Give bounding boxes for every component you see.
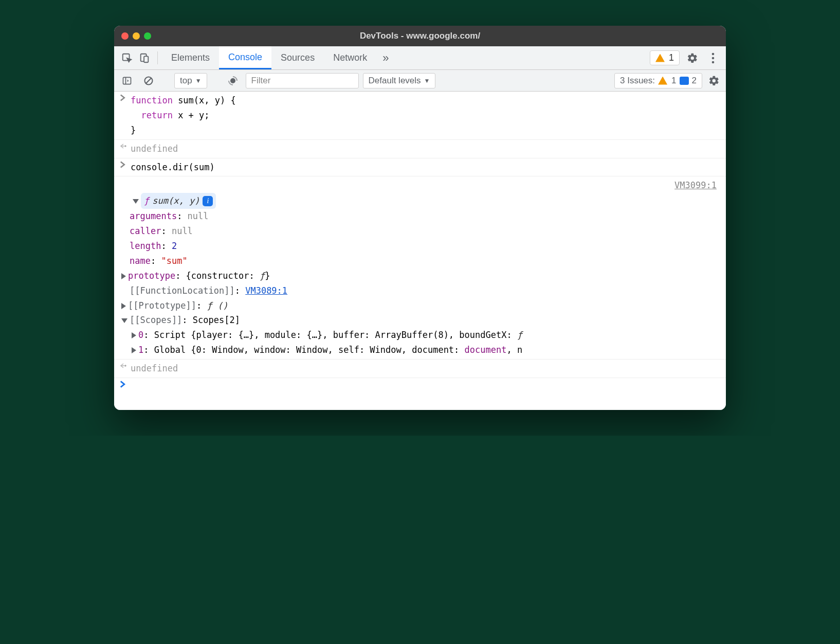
input-code: function sum(x, y) { return x + y; } [131, 93, 721, 138]
expand-right-icon[interactable] [121, 273, 126, 279]
scope-row[interactable]: 0: Script {player: {…}, module: {…}, buf… [114, 328, 522, 343]
filter-input[interactable] [246, 73, 359, 88]
return-value: undefined [131, 141, 721, 156]
context-selector[interactable]: top ▼ [174, 73, 207, 88]
settings-icon[interactable] [685, 52, 700, 64]
return-icon [119, 141, 131, 150]
prop-row[interactable]: name: "sum" [119, 254, 188, 269]
tab-elements[interactable]: Elements [162, 46, 219, 69]
input-prompt-icon [119, 93, 131, 101]
console-input-row: function sum(x, y) { return x + y; } [114, 92, 726, 140]
toggle-sidebar-icon[interactable] [118, 76, 136, 86]
levels-selector[interactable]: Default levels ▼ [363, 73, 436, 88]
titlebar: DevTools - www.google.com/ [114, 26, 726, 46]
warning-icon [658, 77, 667, 85]
svg-point-11 [125, 145, 126, 146]
dir-root[interactable]: ƒ sum(x, y) i [119, 193, 216, 209]
console-return-row: undefined [114, 140, 726, 158]
svg-point-12 [125, 365, 126, 366]
console-dir-output: VM3099:1 ƒ sum(x, y) i arguments: null c… [114, 176, 726, 359]
return-value: undefined [131, 361, 721, 376]
close-window-icon[interactable] [121, 32, 129, 40]
more-icon[interactable] [705, 52, 721, 64]
warning-icon [655, 54, 665, 62]
console-input-row: console.dir(sum) [114, 158, 726, 177]
console-prompt-row[interactable] [114, 378, 726, 389]
prop-row[interactable]: [[Prototype]]: ƒ () [114, 298, 228, 313]
device-toggle-icon[interactable] [136, 46, 153, 69]
prop-row[interactable]: prototype: {constructor: ƒ} [114, 269, 270, 283]
zoom-window-icon[interactable] [144, 32, 151, 40]
expand-right-icon[interactable] [132, 347, 136, 353]
expand-right-icon[interactable] [121, 303, 126, 309]
svg-point-4 [712, 57, 715, 59]
info-icon [680, 77, 689, 85]
source-link[interactable]: VM3099:1 [674, 178, 717, 193]
window-controls [121, 32, 151, 40]
tab-network[interactable]: Network [324, 46, 376, 69]
dropdown-icon: ▼ [195, 77, 202, 84]
minimize-window-icon[interactable] [133, 32, 140, 40]
window-title: DevTools - www.google.com/ [114, 31, 726, 41]
input-prompt-icon [119, 160, 131, 168]
issues-button[interactable]: 1 [650, 50, 680, 65]
svg-rect-6 [123, 77, 131, 84]
console-output: function sum(x, y) { return x + y; } und… [114, 92, 726, 410]
expand-right-icon[interactable] [132, 332, 136, 338]
prop-row[interactable]: caller: null [119, 224, 193, 239]
prompt-icon [119, 380, 131, 388]
svg-line-9 [146, 78, 151, 83]
clear-console-icon[interactable] [140, 76, 157, 86]
live-expression-icon[interactable] [224, 75, 242, 87]
prop-row[interactable]: length: 2 [119, 239, 177, 254]
svg-rect-2 [144, 56, 148, 62]
tabbar: Elements Console Sources Network » 1 [114, 46, 726, 70]
console-toolbar: top ▼ Default levels ▼ 3 Issues: 1 2 [114, 70, 726, 92]
tabs-overflow-icon[interactable]: » [376, 46, 395, 69]
svg-point-3 [712, 52, 715, 55]
function-chip[interactable]: ƒ sum(x, y) i [141, 193, 216, 209]
info-icon[interactable]: i [203, 196, 213, 206]
svg-point-10 [230, 78, 235, 83]
prop-row[interactable]: [[FunctionLocation]]: VM3089:1 [119, 283, 287, 298]
inspect-icon[interactable] [118, 46, 136, 69]
issues-summary[interactable]: 3 Issues: 1 2 [614, 73, 702, 88]
devtools-window: DevTools - www.google.com/ Elements Cons… [114, 26, 726, 410]
expand-down-icon[interactable] [121, 318, 127, 323]
tab-sources[interactable]: Sources [271, 46, 324, 69]
svg-point-5 [712, 61, 715, 63]
dropdown-icon: ▼ [424, 77, 430, 84]
console-settings-icon[interactable] [706, 75, 722, 86]
return-icon [119, 361, 131, 369]
console-return-row: undefined [114, 359, 726, 378]
input-code: console.dir(sum) [131, 160, 721, 175]
prop-row[interactable]: arguments: null [119, 209, 209, 224]
expand-down-icon[interactable] [133, 199, 139, 204]
scope-row[interactable]: 1: Global {0: Window, window: Window, se… [114, 343, 522, 357]
location-link[interactable]: VM3089:1 [245, 285, 287, 296]
issues-count: 1 [669, 52, 674, 63]
tab-console[interactable]: Console [219, 46, 271, 69]
prop-row[interactable]: [[Scopes]]: Scopes[2] [114, 313, 240, 328]
